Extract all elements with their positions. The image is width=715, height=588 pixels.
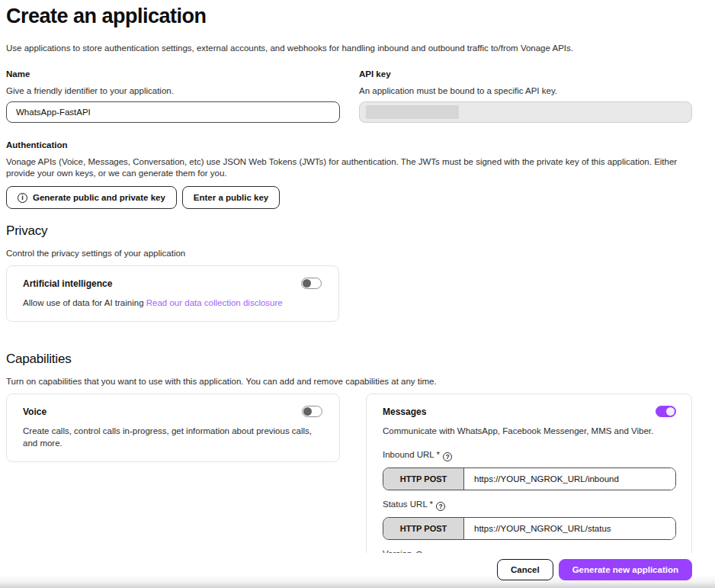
voice-card-title-row: Voice (23, 406, 322, 417)
footer-action-bar: Cancel Generate new application (0, 553, 715, 588)
messages-card-title-row: Messages (383, 406, 676, 417)
authentication-label: Authentication (6, 140, 692, 149)
name-apikey-row: Name Give a friendly identifier to your … (6, 69, 692, 123)
apikey-redacted-value (366, 105, 459, 119)
page-title: Create an application (6, 0, 692, 28)
messages-toggle-knob (666, 407, 675, 416)
voice-capability-card: Voice Create calls, control calls in-pro… (6, 394, 340, 462)
name-helper: Give a friendly identifier to your appli… (6, 86, 340, 95)
data-collection-disclosure-link[interactable]: Read our data collection disclosure (146, 298, 283, 307)
privacy-section: Privacy Control the privacy settings of … (6, 223, 692, 322)
voice-card-title: Voice (23, 406, 46, 417)
inbound-url-help-icon[interactable]: ? (443, 452, 452, 461)
name-field-group: Name Give a friendly identifier to your … (6, 69, 340, 123)
voice-card-description: Create calls, control calls in-progress,… (23, 425, 322, 449)
status-url-input[interactable] (464, 518, 675, 539)
ai-description-text: Allow use of data for AI training (23, 298, 146, 307)
status-url-label-text: Status URL * (383, 500, 433, 509)
ai-card-title: Artificial intelligence (23, 278, 112, 289)
status-url-help-icon[interactable]: ? (436, 502, 445, 511)
enter-public-key-button[interactable]: Enter a public key (182, 186, 280, 209)
inbound-url-label-text: Inbound URL * (383, 450, 440, 459)
ai-privacy-card: Artificial intelligence Allow use of dat… (6, 265, 339, 322)
ai-toggle[interactable] (301, 278, 322, 289)
apikey-helper: An application must be bound to a specif… (359, 86, 692, 95)
status-url-method-prefix: HTTP POST (383, 518, 464, 539)
ai-toggle-knob (303, 279, 311, 288)
capabilities-subtitle: Turn on capabilities that you want to us… (6, 377, 692, 386)
capabilities-heading: Capabilities (6, 352, 692, 367)
generate-new-application-button[interactable]: Generate new application (559, 559, 692, 580)
inbound-url-input[interactable] (464, 468, 675, 490)
apikey-label: API key (359, 69, 692, 79)
status-url-label: Status URL *? (383, 500, 676, 511)
inbound-url-group: HTTP POST (383, 468, 676, 490)
generate-keys-button-label: Generate public and private key (33, 193, 165, 202)
voice-toggle[interactable] (302, 406, 322, 417)
name-label: Name (6, 69, 340, 79)
authentication-description: Vonage APIs (Voice, Messages, Conversati… (6, 156, 688, 179)
apikey-field-group: API key An application must be bound to … (359, 69, 692, 123)
generate-keys-button[interactable]: i Generate public and private key (6, 186, 177, 209)
application-name-input[interactable] (6, 101, 340, 123)
inbound-url-label: Inbound URL *? (383, 450, 676, 461)
privacy-subtitle: Control the privacy settings of your app… (6, 249, 692, 258)
enter-public-key-button-label: Enter a public key (194, 193, 268, 202)
info-icon: i (18, 193, 27, 203)
ai-card-description: Allow use of data for AI training Read o… (23, 297, 322, 309)
status-url-group: HTTP POST (383, 517, 676, 540)
voice-toggle-knob (303, 407, 312, 416)
page-intro: Use applications to store authentication… (6, 43, 692, 53)
capabilities-section: Capabilities Turn on capabilities that y… (6, 352, 692, 586)
apikey-disabled-input (359, 101, 692, 123)
messages-card-title: Messages (383, 406, 426, 417)
authentication-section: Authentication Vonage APIs (Voice, Messa… (6, 140, 692, 209)
inbound-url-method-prefix: HTTP POST (383, 468, 464, 490)
messages-toggle[interactable] (656, 406, 676, 417)
privacy-heading: Privacy (6, 223, 692, 239)
create-application-page: Create an application Use applications t… (6, 0, 692, 586)
authentication-buttons: i Generate public and private key Enter … (6, 186, 692, 209)
ai-card-title-row: Artificial intelligence (23, 278, 322, 289)
cancel-button[interactable]: Cancel (497, 559, 553, 580)
messages-card-description: Communicate with WhatsApp, Facebook Mess… (383, 425, 676, 437)
